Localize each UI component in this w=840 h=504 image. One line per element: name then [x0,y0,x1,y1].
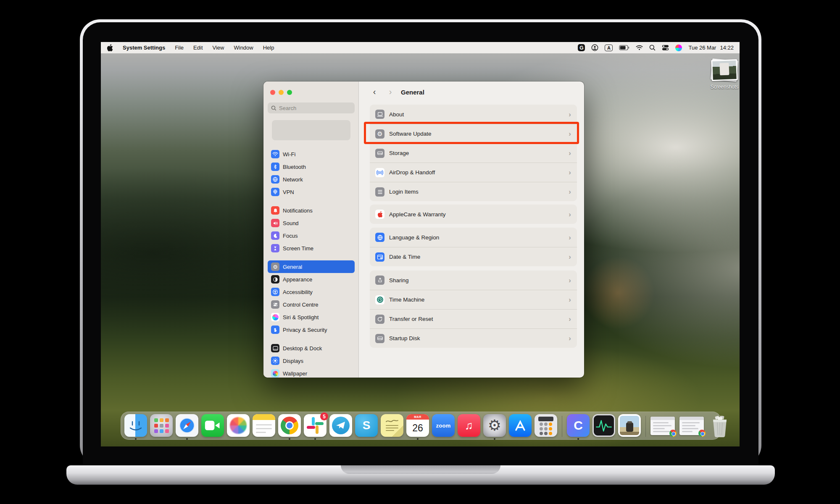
dock-skype[interactable]: S [355,414,378,439]
dock-photo-jar-app[interactable] [618,414,641,439]
hand-icon [271,326,279,334]
search-input[interactable]: Search [268,102,355,113]
apple-menu-icon[interactable] [107,44,113,52]
sidebar-item-general[interactable]: ⚙ General [268,260,355,273]
minimize-button[interactable] [279,90,284,95]
siri-icon[interactable] [675,45,682,51]
row-airdrop-handoff[interactable]: AirDrop & Handoff › [370,163,577,182]
zoom-button[interactable] [287,90,292,95]
sidebar-item-vpn[interactable]: VPN [268,186,355,198]
stickies-icon [381,414,403,437]
dock-safari[interactable] [176,414,198,439]
control-center-icon[interactable] [662,45,669,51]
chevron-right-icon: › [569,315,571,323]
row-software-update[interactable]: ⚙ Software Update › [370,124,577,143]
sidebar-item-accessibility[interactable]: Accessibility [268,286,355,298]
dock-finder[interactable] [124,414,147,439]
row-transfer-reset[interactable]: Transfer or Reset › [370,309,577,328]
row-about[interactable]: About › [370,105,577,124]
spotlight-search-icon[interactable] [649,45,656,51]
dock-telegram[interactable] [329,414,352,439]
input-source-icon[interactable]: A [605,45,613,51]
sidebar-item-screen-time[interactable]: Screen Time [268,242,355,255]
dock-slack[interactable]: 5 [304,414,327,439]
row-date-time[interactable]: Date & Time › [370,247,577,266]
sidebar-item-sound[interactable]: Sound [268,217,355,229]
launchpad-icon [150,414,173,437]
row-label: Login Items [389,189,419,195]
dock-system-settings[interactable]: ⚙ [483,414,506,439]
sidebar-item-focus[interactable]: Focus [268,229,355,242]
row-label: Time Machine [389,297,424,303]
sidebar-item-control-centre[interactable]: Control Centre [268,298,355,311]
menu-window[interactable]: Window [234,45,253,51]
dock-music[interactable]: ♫ [458,414,480,439]
close-button[interactable] [270,90,275,95]
card-applecare: AppleCare & Warranty › [370,205,577,224]
stack-label: Screenshots [709,84,740,90]
dock-photos[interactable] [227,414,250,439]
dock-zoom[interactable]: zoom [432,414,455,439]
dock-stickies[interactable] [381,414,403,439]
menu-edit[interactable]: Edit [193,45,203,51]
sidebar-item-siri-spotlight[interactable]: Siri & Spotlight [268,311,355,323]
sidebar-item-appearance[interactable]: Appearance [268,273,355,286]
sidebar-label: Network [283,176,303,183]
dock-calendar[interactable]: MAR 26 [406,414,429,439]
safari-icon [176,414,198,437]
menu-bar: System Settings File Edit View Window He… [101,42,740,53]
sidebar-group-desktop: Desktop & Dock Displays Wallpaper [268,342,355,378]
row-label: Transfer or Reset [389,316,433,322]
sidebar-item-network[interactable]: Network [268,173,355,186]
dock-activity-monitor[interactable] [592,414,615,439]
grammarly-icon[interactable]: G [578,44,585,51]
user-account-icon[interactable] [591,44,598,51]
dock-app-store[interactable] [509,414,532,439]
sidebar-item-bluetooth[interactable]: Bluetooth [268,160,355,173]
sidebar-label: Screen Time [283,245,313,252]
screenshot-thumb-icon [711,59,738,81]
appearance-icon [271,275,279,284]
dock-c-app[interactable]: C [567,414,590,439]
sidebar-item-privacy-security[interactable]: Privacy & Security [268,323,355,336]
menu-view[interactable]: View [213,45,224,51]
dock-trash[interactable] [708,414,731,439]
row-time-machine[interactable]: Time Machine › [370,290,577,309]
forward-chevron-icon[interactable]: › [386,87,395,97]
sidebar-label: Desktop & Dock [283,345,322,352]
row-language-region[interactable]: Language & Region › [370,228,577,247]
sidebar-item-displays[interactable]: Displays [268,354,355,367]
row-storage[interactable]: Storage › [370,143,577,163]
sidebar-label: Wi-Fi [283,151,295,158]
menu-clock[interactable]: Tue 26 Mar 14:22 [688,45,734,51]
dock-notes[interactable] [253,414,275,439]
sidebar-item-wallpaper[interactable]: Wallpaper [268,367,355,378]
gear-icon: ⚙ [271,262,279,271]
dock-facetime[interactable] [201,414,224,439]
wifi-status-icon[interactable] [636,45,643,50]
row-applecare-warranty[interactable]: AppleCare & Warranty › [370,205,577,224]
row-sharing[interactable]: Sharing › [370,270,577,290]
music-icon: ♫ [458,414,480,437]
menu-app-name[interactable]: System Settings [123,45,165,51]
sidebar-label: Notifications [283,207,313,214]
row-label: Software Update [389,131,432,137]
menu-help[interactable]: Help [263,45,274,51]
moon-icon [271,231,279,240]
back-chevron-icon[interactable]: ‹ [370,87,379,97]
row-login-items[interactable]: Login Items › [370,182,577,201]
dock-calculator[interactable] [535,414,557,439]
sidebar-item-wifi[interactable]: Wi-Fi [268,148,355,160]
dock-minimized-chrome-window-2[interactable] [679,414,706,439]
row-startup-disk[interactable]: Startup Disk › [370,328,577,348]
row-label: AirDrop & Handoff [389,169,435,176]
dock-minimized-chrome-window-1[interactable] [650,414,677,439]
battery-icon[interactable] [619,45,629,50]
dock-launchpad[interactable] [150,414,173,439]
menu-file[interactable]: File [175,45,184,51]
dock-chrome[interactable] [278,414,301,439]
sidebar-item-desktop-dock[interactable]: Desktop & Dock [268,342,355,354]
sidebar-item-notifications[interactable]: Notifications [268,204,355,217]
desktop-stack-screenshots[interactable]: Screenshots [709,60,740,90]
apple-id-banner[interactable] [272,120,350,140]
